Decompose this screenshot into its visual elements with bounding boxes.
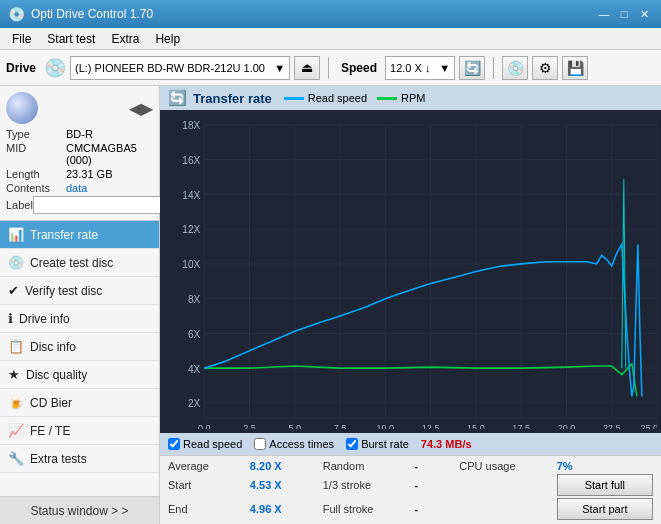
disc-type-label: Type [6, 128, 66, 140]
nav-icon-disc-quality: ★ [8, 367, 20, 382]
drive-label: Drive [6, 61, 36, 75]
disc-label-row: Label 🔍 [6, 196, 153, 214]
svg-text:20.0: 20.0 [558, 422, 576, 429]
nav-icon-disc-info: 📋 [8, 339, 24, 354]
nav-label-cd-bier: CD Bier [30, 396, 72, 410]
toolbar: Drive 💿 (L:) PIONEER BD-RW BDR-212U 1.00… [0, 50, 661, 86]
nav-icon-extra-tests: 🔧 [8, 451, 24, 466]
svg-text:0.0: 0.0 [198, 422, 211, 429]
svg-rect-0 [164, 114, 657, 429]
end-value: 4.96 X [250, 503, 315, 515]
status-window-label: Status window > > [30, 504, 128, 518]
nav-label-disc-quality: Disc quality [26, 368, 87, 382]
stats-panel: Average 8.20 X Random - CPU usage 7% Sta… [160, 455, 661, 524]
full-stroke-label: Full stroke [323, 503, 407, 515]
nav-item-disc-quality[interactable]: ★Disc quality [0, 361, 159, 389]
disc-button[interactable]: 💿 [502, 56, 528, 80]
svg-text:17.5: 17.5 [512, 422, 530, 429]
menu-item-start-test[interactable]: Start test [39, 28, 103, 49]
menu-item-help[interactable]: Help [147, 28, 188, 49]
chart-title: Transfer rate [193, 91, 272, 106]
nav-icon-create-test-disc: 💿 [8, 255, 24, 270]
app-icon: 💿 [8, 6, 25, 22]
menu-item-extra[interactable]: Extra [103, 28, 147, 49]
nav-item-disc-info[interactable]: 📋Disc info [0, 333, 159, 361]
start-value: 4.53 X [250, 479, 315, 491]
menu-item-file[interactable]: File [4, 28, 39, 49]
read-speed-checkbox[interactable] [168, 438, 180, 450]
disc-length-label: Length [6, 168, 66, 180]
disc-info-panel: ◀ ▶ Type BD-R MID CMCMAGBA5 (000) Length… [0, 86, 159, 221]
settings-button[interactable]: ⚙ [532, 56, 558, 80]
speed-label: Speed [341, 61, 377, 75]
svg-text:10X: 10X [182, 259, 200, 270]
access-times-checkbox-text: Access times [269, 438, 334, 450]
burst-rate-checkbox[interactable] [346, 438, 358, 450]
nav-label-create-test-disc: Create test disc [30, 256, 113, 270]
app-title: Opti Drive Control 1.70 [31, 7, 593, 21]
disc-label-label: Label [6, 199, 33, 211]
nav-label-disc-info: Disc info [30, 340, 76, 354]
random-label: Random [323, 460, 407, 472]
svg-text:12.5: 12.5 [422, 422, 440, 429]
titlebar: 💿 Opti Drive Control 1.70 — □ ✕ [0, 0, 661, 28]
disc-mid-label: MID [6, 142, 66, 166]
drive-select[interactable]: (L:) PIONEER BD-RW BDR-212U 1.00 ▼ [70, 56, 290, 80]
status-window-button[interactable]: Status window > > [0, 496, 159, 524]
legend-read-speed-color [284, 97, 304, 100]
chart-header: 🔄 Transfer rate Read speed RPM [160, 86, 661, 110]
disc-length-value: 23.31 GB [66, 168, 153, 180]
nav-item-verify-test-disc[interactable]: ✔Verify test disc [0, 277, 159, 305]
refresh-chart-icon: 🔄 [168, 89, 187, 107]
disc-nav-next[interactable]: ▶ [141, 99, 153, 118]
disc-label-input[interactable] [33, 196, 177, 214]
disc-contents-row: Contents data [6, 182, 153, 194]
start-part-button[interactable]: Start part [557, 498, 653, 520]
nav-label-fe-te: FE / TE [30, 424, 70, 438]
legend-read-speed: Read speed [284, 92, 367, 104]
legend-rpm: RPM [377, 92, 425, 104]
nav-item-fe-te[interactable]: 📈FE / TE [0, 417, 159, 445]
speed-select[interactable]: 12.0 X ↓ ▼ [385, 56, 455, 80]
disc-nav-prev[interactable]: ◀ [129, 99, 141, 118]
nav-item-extra-tests[interactable]: 🔧Extra tests [0, 445, 159, 473]
end-label: End [168, 503, 242, 515]
nav-item-transfer-rate[interactable]: 📊Transfer rate [0, 221, 159, 249]
cpu-usage-label: CPU usage [459, 460, 548, 472]
drive-value: (L:) PIONEER BD-RW BDR-212U 1.00 [75, 62, 265, 74]
random-value: - [415, 460, 452, 472]
minimize-button[interactable]: — [595, 5, 613, 23]
disc-icon [6, 92, 38, 124]
svg-text:15.0: 15.0 [467, 422, 485, 429]
access-times-checkbox[interactable] [254, 438, 266, 450]
close-button[interactable]: ✕ [635, 5, 653, 23]
maximize-button[interactable]: □ [615, 5, 633, 23]
transfer-rate-chart: 18X 16X 14X 12X 10X 8X 6X 4X 2X 0.0 2.5 … [164, 114, 657, 429]
nav-label-transfer-rate: Transfer rate [30, 228, 98, 242]
eject-button[interactable]: ⏏ [294, 56, 320, 80]
burst-rate-checkbox-label[interactable]: Burst rate [346, 438, 409, 450]
disc-type-value: BD-R [66, 128, 153, 140]
read-speed-checkbox-label[interactable]: Read speed [168, 438, 242, 450]
menubar: FileStart testExtraHelp [0, 28, 661, 50]
nav-item-drive-info[interactable]: ℹDrive info [0, 305, 159, 333]
nav-label-verify-test-disc: Verify test disc [25, 284, 102, 298]
svg-text:2.5: 2.5 [243, 422, 256, 429]
read-speed-checkbox-text: Read speed [183, 438, 242, 450]
chart-svg-area: 18X 16X 14X 12X 10X 8X 6X 4X 2X 0.0 2.5 … [160, 110, 661, 433]
refresh-button[interactable]: 🔄 [459, 56, 485, 80]
burst-rate-checkbox-text: Burst rate [361, 438, 409, 450]
access-times-checkbox-label[interactable]: Access times [254, 438, 334, 450]
start-full-button[interactable]: Start full [557, 474, 653, 496]
save-button[interactable]: 💾 [562, 56, 588, 80]
nav-item-create-test-disc[interactable]: 💿Create test disc [0, 249, 159, 277]
disc-contents-value[interactable]: data [66, 182, 153, 194]
nav-panel: 📊Transfer rate💿Create test disc✔Verify t… [0, 221, 159, 496]
nav-item-cd-bier[interactable]: 🍺CD Bier [0, 389, 159, 417]
svg-text:16X: 16X [182, 155, 200, 166]
content-area: 🔄 Transfer rate Read speed RPM [160, 86, 661, 524]
svg-text:22.5: 22.5 [603, 422, 621, 429]
average-label: Average [168, 460, 242, 472]
stats-grid: Average 8.20 X Random - CPU usage 7% Sta… [168, 460, 653, 520]
svg-text:5.0: 5.0 [289, 422, 302, 429]
